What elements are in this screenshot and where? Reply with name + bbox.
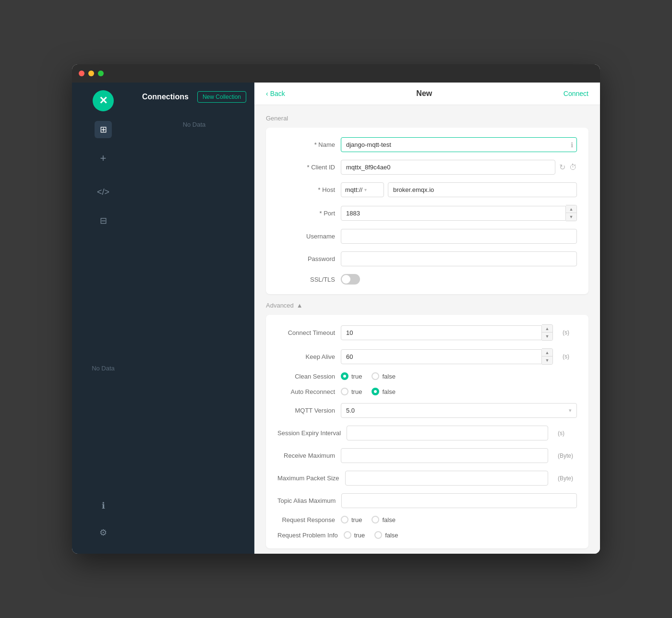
request-problem-true-radio[interactable] [344, 531, 351, 539]
request-problem-false-label: false [385, 532, 398, 539]
mqtt-version-value: 5.0 [346, 407, 569, 414]
info-icon: ℹ [571, 141, 573, 149]
password-label: Password [277, 255, 335, 262]
username-input[interactable] [341, 229, 577, 244]
request-problem-true-label: true [354, 532, 365, 539]
protocol-chevron-icon: ▾ [364, 187, 367, 192]
request-problem-true-option[interactable]: true [344, 531, 365, 539]
name-input[interactable] [341, 137, 577, 152]
app-body: ✕ ⊞ + </> ⊟ No Data ℹ ⚙ Connections New … [72, 83, 600, 554]
maximize-button[interactable] [98, 71, 104, 76]
connect-timeout-input-group: ▲ ▼ [341, 324, 553, 341]
port-input[interactable] [341, 206, 566, 221]
connect-timeout-label: Connect Timeout [277, 329, 335, 336]
max-packet-size-input[interactable] [345, 471, 548, 486]
auto-reconnect-false-option[interactable]: false [372, 388, 395, 395]
auto-reconnect-true-option[interactable]: true [341, 388, 362, 395]
protocol-select[interactable]: mqtt:// ▾ [341, 182, 384, 197]
keep-alive-input[interactable] [341, 349, 542, 364]
request-response-true-label: true [351, 516, 362, 523]
connect-button[interactable]: Connect [564, 90, 588, 97]
info-icon[interactable]: ℹ [95, 497, 112, 514]
clean-session-true-radio[interactable] [341, 372, 348, 380]
max-packet-size-unit: (Byte) [558, 475, 577, 482]
logo-icon: ✕ [99, 95, 108, 107]
sidebar-no-data: No Data [92, 365, 115, 372]
keep-alive-unit: (s) [563, 353, 577, 360]
request-response-label: Request Response [277, 516, 335, 523]
app-window: ✕ ⊞ + </> ⊟ No Data ℹ ⚙ Connections New … [72, 64, 600, 554]
refresh-icon[interactable]: ↻ [559, 163, 565, 172]
receive-maximum-input[interactable] [341, 448, 548, 463]
request-response-false-radio[interactable] [372, 516, 379, 523]
request-response-options: true false [341, 516, 577, 523]
request-response-row: Request Response true false [277, 516, 577, 523]
back-button[interactable]: ‹ Back [266, 90, 285, 97]
topic-alias-input-group [341, 493, 577, 508]
clean-session-false-label: false [382, 373, 395, 380]
mqtt-version-select[interactable]: 5.0 ▾ [341, 403, 577, 418]
clean-session-true-option[interactable]: true [341, 372, 362, 380]
client-id-row: * Client ID ↻ ⏱ [277, 160, 577, 175]
host-input[interactable] [388, 182, 577, 197]
username-label: Username [277, 233, 335, 240]
advanced-collapse-icon: ▲ [297, 302, 303, 309]
clean-session-false-radio[interactable] [372, 372, 379, 380]
new-collection-button[interactable]: New Collection [197, 91, 246, 103]
sidebar-item-data[interactable]: ⊟ [95, 212, 112, 229]
clean-session-label: Clean Session [277, 373, 335, 380]
keep-alive-up[interactable]: ▲ [542, 349, 552, 357]
auto-reconnect-false-label: false [382, 388, 395, 395]
name-row: * Name ℹ [277, 137, 577, 152]
request-problem-false-radio[interactable] [374, 531, 382, 539]
host-label: * Host [277, 186, 335, 193]
clean-session-false-option[interactable]: false [372, 372, 395, 380]
session-expiry-row: Session Expiry Interval (s) [277, 426, 577, 440]
connect-timeout-row: Connect Timeout ▲ ▼ (s) [277, 324, 577, 341]
ssl-tls-label: SSL/TLS [277, 276, 335, 283]
username-row: Username [277, 229, 577, 244]
name-input-wrapper: ℹ [341, 137, 577, 152]
mqtt-version-row: MQTT Version 5.0 ▾ [277, 403, 577, 418]
minimize-button[interactable] [88, 71, 94, 76]
history-icon[interactable]: ⏱ [569, 163, 577, 172]
sidebar-item-add[interactable]: + [95, 150, 112, 167]
connect-timeout-input[interactable] [341, 325, 542, 340]
back-chevron-icon: ‹ [266, 90, 268, 97]
left-panel-header: Connections New Collection [134, 83, 254, 111]
close-button[interactable] [79, 71, 84, 76]
auto-reconnect-false-radio[interactable] [372, 388, 379, 395]
connect-timeout-unit: (s) [563, 329, 577, 336]
keep-alive-input-group: ▲ ▼ [341, 348, 553, 365]
sidebar-item-connections[interactable]: ⊞ [95, 121, 112, 138]
session-expiry-input[interactable] [347, 426, 548, 440]
settings-icon[interactable]: ⚙ [95, 524, 112, 541]
ssl-tls-toggle[interactable] [341, 274, 360, 285]
request-response-true-option[interactable]: true [341, 516, 362, 523]
clean-session-true-label: true [351, 373, 362, 380]
connect-timeout-up[interactable]: ▲ [542, 325, 552, 333]
topic-alias-label: Topic Alias Maximum [277, 497, 336, 504]
session-expiry-input-group [347, 426, 548, 440]
auto-reconnect-true-radio[interactable] [341, 388, 348, 395]
port-input-group: ▲ ▼ [341, 205, 577, 221]
request-problem-false-option[interactable]: false [374, 531, 398, 539]
request-response-true-radio[interactable] [341, 516, 348, 523]
topic-alias-input[interactable] [341, 493, 577, 508]
main-header: ‹ Back New Connect [254, 83, 600, 105]
sidebar-item-code[interactable]: </> [95, 183, 112, 201]
port-up-button[interactable]: ▲ [566, 205, 576, 213]
password-input[interactable] [341, 251, 577, 266]
request-response-false-label: false [382, 516, 395, 523]
port-down-button[interactable]: ▼ [566, 213, 576, 221]
back-label: Back [270, 90, 285, 97]
advanced-section-title[interactable]: Advanced ▲ [266, 302, 588, 309]
client-id-input[interactable] [341, 160, 555, 175]
keep-alive-down[interactable]: ▼ [542, 357, 552, 364]
receive-maximum-unit: (Byte) [558, 452, 577, 459]
connect-timeout-down[interactable]: ▼ [542, 333, 552, 340]
request-response-false-option[interactable]: false [372, 516, 395, 523]
max-packet-size-row: Maximum Packet Size (Byte) [277, 471, 577, 486]
auto-reconnect-options: true false [341, 388, 577, 395]
auto-reconnect-true-label: true [351, 388, 362, 395]
